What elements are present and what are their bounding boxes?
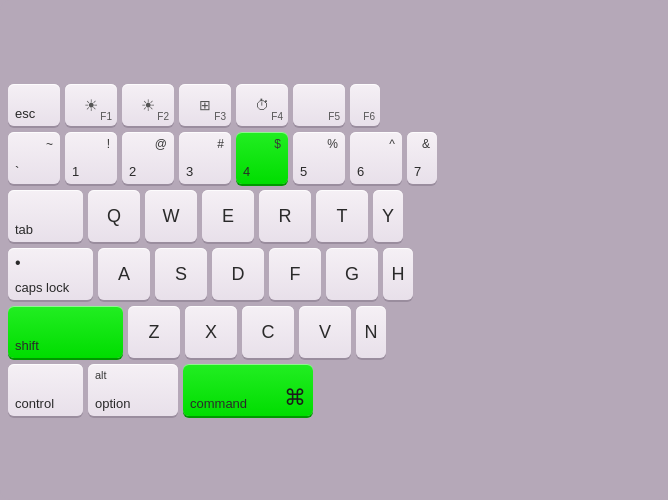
- key3-top: #: [217, 137, 224, 151]
- backtick-top: ~: [46, 137, 53, 151]
- key-1[interactable]: ! 1: [65, 132, 117, 184]
- capslock-label: caps lock: [15, 280, 86, 295]
- key-q[interactable]: Q: [88, 190, 140, 242]
- f5-label: F5: [328, 111, 340, 122]
- key-f1[interactable]: ☀ F1: [65, 84, 117, 126]
- key-5[interactable]: % 5: [293, 132, 345, 184]
- option-label: option: [95, 396, 171, 411]
- key-b[interactable]: N: [356, 306, 386, 358]
- key-z[interactable]: Z: [128, 306, 180, 358]
- number-row: ~ ` ! 1 @ 2 # 3 $ 4 % 5 ^ 6 & 7: [8, 132, 660, 184]
- key6-bottom: 6: [357, 164, 395, 179]
- option-alt-label: alt: [95, 369, 107, 381]
- f-label: F: [276, 264, 314, 285]
- key-w[interactable]: W: [145, 190, 197, 242]
- shift-label: shift: [15, 338, 116, 353]
- key-esc[interactable]: esc: [8, 84, 60, 126]
- key-r[interactable]: R: [259, 190, 311, 242]
- key-f2[interactable]: ☀ F2: [122, 84, 174, 126]
- key-e[interactable]: E: [202, 190, 254, 242]
- x-label: X: [192, 322, 230, 343]
- key-2[interactable]: @ 2: [122, 132, 174, 184]
- f3-icon: ⊞: [199, 97, 211, 113]
- f4-label: F4: [271, 111, 283, 122]
- key5-bottom: 5: [300, 164, 338, 179]
- key4-top: $: [274, 137, 281, 151]
- key-capslock[interactable]: • caps lock: [8, 248, 93, 300]
- key-a[interactable]: A: [98, 248, 150, 300]
- key-f4[interactable]: ⏱ F4: [236, 84, 288, 126]
- backtick-bottom: `: [15, 164, 53, 179]
- f3-label: F3: [214, 111, 226, 122]
- key-3[interactable]: # 3: [179, 132, 231, 184]
- key2-top: @: [155, 137, 167, 151]
- c-label: C: [249, 322, 287, 343]
- key2-bottom: 2: [129, 164, 167, 179]
- key5-top: %: [327, 137, 338, 151]
- key3-bottom: 3: [186, 164, 224, 179]
- key-t[interactable]: T: [316, 190, 368, 242]
- key-d[interactable]: D: [212, 248, 264, 300]
- w-label: W: [152, 206, 190, 227]
- capslock-dot: •: [15, 254, 21, 272]
- esc-label: esc: [15, 106, 53, 121]
- key-x[interactable]: X: [185, 306, 237, 358]
- key-4[interactable]: $ 4: [236, 132, 288, 184]
- key7-bottom: 7: [414, 164, 430, 179]
- control-label: control: [15, 396, 76, 411]
- key6-top: ^: [389, 137, 395, 151]
- key-c[interactable]: C: [242, 306, 294, 358]
- f1-label: F1: [100, 111, 112, 122]
- key-backtick[interactable]: ~ `: [8, 132, 60, 184]
- function-row: esc ☀ F1 ☀ F2 ⊞ F3 ⏱ F4 F5 F6: [8, 84, 660, 126]
- key-6[interactable]: ^ 6: [350, 132, 402, 184]
- z-label: Z: [135, 322, 173, 343]
- key-h[interactable]: H: [383, 248, 413, 300]
- command-label: command: [190, 396, 247, 411]
- g-label: G: [333, 264, 371, 285]
- key-shift[interactable]: shift: [8, 306, 123, 358]
- key1-top: !: [107, 137, 110, 151]
- t-label: T: [323, 206, 361, 227]
- f6-label: F6: [363, 111, 375, 122]
- y-label: Y: [380, 206, 396, 227]
- shift-row: shift Z X C V N: [8, 306, 660, 358]
- key-tab[interactable]: tab: [8, 190, 83, 242]
- f1-icon: ☀: [84, 96, 98, 115]
- b-label: N: [363, 322, 379, 343]
- asdf-row: • caps lock A S D F G H: [8, 248, 660, 300]
- a-label: A: [105, 264, 143, 285]
- key-7[interactable]: & 7: [407, 132, 437, 184]
- key-s[interactable]: S: [155, 248, 207, 300]
- key-f6[interactable]: F6: [350, 84, 380, 126]
- v-label: V: [306, 322, 344, 343]
- key-f3[interactable]: ⊞ F3: [179, 84, 231, 126]
- q-label: Q: [95, 206, 133, 227]
- r-label: R: [266, 206, 304, 227]
- key1-bottom: 1: [72, 164, 110, 179]
- e-label: E: [209, 206, 247, 227]
- keyboard: esc ☀ F1 ☀ F2 ⊞ F3 ⏱ F4 F5 F6 ~ `: [0, 0, 668, 500]
- f2-icon: ☀: [141, 96, 155, 115]
- key4-bottom: 4: [243, 164, 281, 179]
- f4-icon: ⏱: [255, 97, 269, 113]
- f2-label: F2: [157, 111, 169, 122]
- key-f[interactable]: F: [269, 248, 321, 300]
- key-v[interactable]: V: [299, 306, 351, 358]
- key-command[interactable]: command ⌘: [183, 364, 313, 416]
- key-option[interactable]: alt option: [88, 364, 178, 416]
- key-g[interactable]: G: [326, 248, 378, 300]
- key-control[interactable]: control: [8, 364, 83, 416]
- s-label: S: [162, 264, 200, 285]
- d-label: D: [219, 264, 257, 285]
- tab-label: tab: [15, 222, 76, 237]
- key-y[interactable]: Y: [373, 190, 403, 242]
- key7-top: &: [422, 137, 430, 151]
- modifier-row: control alt option command ⌘: [8, 364, 660, 416]
- h-label: H: [390, 264, 406, 285]
- key-f5[interactable]: F5: [293, 84, 345, 126]
- qwerty-row: tab Q W E R T Y: [8, 190, 660, 242]
- command-icon: ⌘: [284, 387, 306, 411]
